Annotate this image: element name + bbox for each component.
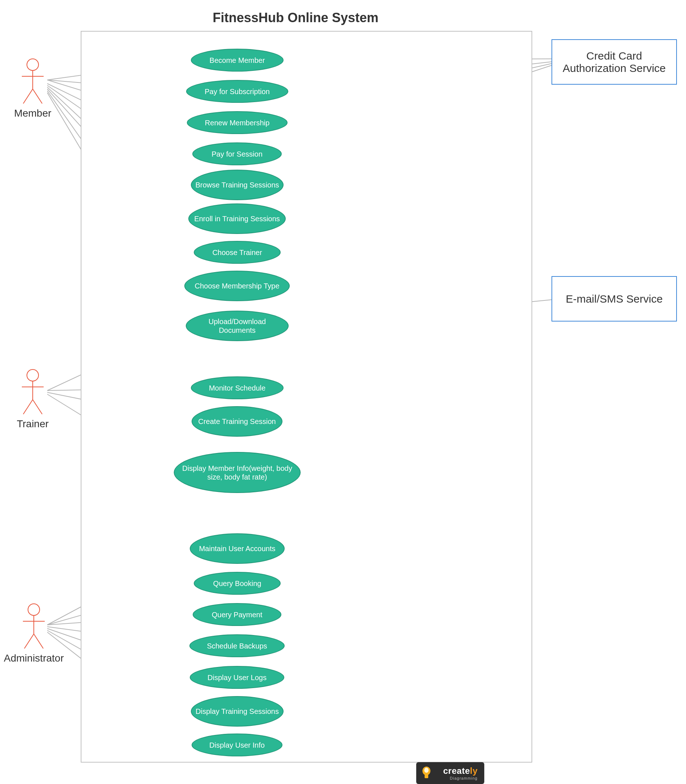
system-boundary (81, 31, 532, 763)
usecase-label: Display User Logs (207, 673, 266, 682)
usecase-upload-download-docs: Upload/Download Documents (186, 311, 289, 341)
usecase-pay-session: Pay for Session (192, 142, 282, 165)
usecase-label: Query Payment (212, 610, 263, 619)
usecase-renew-membership: Renew Membership (187, 111, 287, 134)
usecase-choose-trainer: Choose Trainer (194, 241, 281, 264)
usecase-label: Query Booking (213, 579, 261, 588)
usecase-label: Create Training Session (198, 417, 276, 426)
usecase-label: Upload/Download Documents (189, 317, 285, 334)
service-label: Credit Card Authorization Service (555, 50, 673, 75)
actor-member-label: Member (11, 108, 54, 119)
lightbulb-icon (416, 762, 437, 784)
usecase-label: Pay for Subscription (205, 87, 270, 96)
usecase-label: Display Member Info(weight, body size, b… (177, 464, 297, 481)
usecase-label: Enroll in Training Sessions (194, 214, 280, 223)
svg-line-38 (24, 634, 34, 649)
logo-brand-suffix: ly (470, 766, 478, 776)
usecase-choose-membership-type: Choose Membership Type (184, 271, 290, 301)
svg-rect-41 (425, 774, 428, 778)
usecase-label: Pay for Session (212, 150, 263, 158)
actor-trainer-label: Trainer (11, 418, 54, 430)
usecase-label: Display Training Sessions (196, 707, 279, 716)
usecase-display-member-info: Display Member Info(weight, body size, b… (174, 452, 301, 493)
actor-administrator: Administrator (3, 603, 65, 664)
actor-administrator-label: Administrator (3, 652, 65, 664)
usecase-schedule-backups: Schedule Backups (189, 634, 285, 657)
usecase-label: Become Member (209, 56, 265, 65)
usecase-label: Maintain User Accounts (199, 544, 275, 553)
usecase-label: Monitor Schedule (209, 384, 266, 392)
svg-line-29 (33, 89, 42, 104)
stick-figure-icon (18, 58, 47, 105)
svg-point-42 (424, 768, 429, 773)
diagram-canvas: FitnessHub Online System Member T (0, 0, 686, 784)
svg-line-39 (34, 634, 43, 649)
usecase-query-payment: Query Payment (193, 603, 281, 626)
service-label: E-mail/SMS Service (566, 293, 663, 305)
usecase-display-user-info: Display User Info (191, 733, 283, 756)
diagram-title: FitnessHub Online System (213, 10, 379, 25)
actor-trainer: Trainer (11, 369, 54, 430)
creately-logo: creately Diagramming (416, 762, 484, 784)
usecase-pay-subscription: Pay for Subscription (186, 80, 288, 103)
usecase-label: Choose Trainer (212, 248, 262, 257)
svg-line-33 (23, 399, 33, 414)
logo-tagline: Diagramming (443, 776, 478, 781)
usecase-become-member: Become Member (191, 49, 284, 72)
usecase-label: Renew Membership (205, 119, 270, 127)
svg-line-28 (23, 89, 33, 104)
usecase-create-training-session: Create Training Session (191, 406, 283, 437)
logo-brand-main: create (443, 766, 470, 776)
usecase-label: Display User Info (209, 741, 265, 750)
stick-figure-icon (18, 369, 47, 416)
usecase-label: Choose Membership Type (194, 282, 279, 290)
usecase-maintain-user-accounts: Maintain User Accounts (190, 533, 285, 564)
service-email-sms: E-mail/SMS Service (552, 276, 677, 321)
stick-figure-icon (19, 603, 48, 650)
service-credit-card: Credit Card Authorization Service (552, 39, 677, 85)
usecase-enroll-sessions: Enroll in Training Sessions (188, 204, 286, 234)
usecase-display-training-sessions: Display Training Sessions (191, 696, 284, 727)
svg-point-35 (28, 604, 40, 615)
svg-point-30 (27, 370, 39, 381)
usecase-browse-sessions: Browse Training Sessions (191, 170, 284, 200)
actor-member: Member (11, 58, 54, 119)
svg-point-25 (27, 59, 39, 70)
usecase-label: Schedule Backups (207, 642, 267, 650)
usecase-query-booking: Query Booking (194, 572, 281, 595)
logo-text: creately Diagramming (437, 762, 484, 784)
usecase-monitor-schedule: Monitor Schedule (191, 377, 284, 399)
usecase-display-user-logs: Display User Logs (190, 666, 284, 689)
svg-line-34 (33, 399, 42, 414)
usecase-label: Browse Training Sessions (195, 181, 279, 189)
